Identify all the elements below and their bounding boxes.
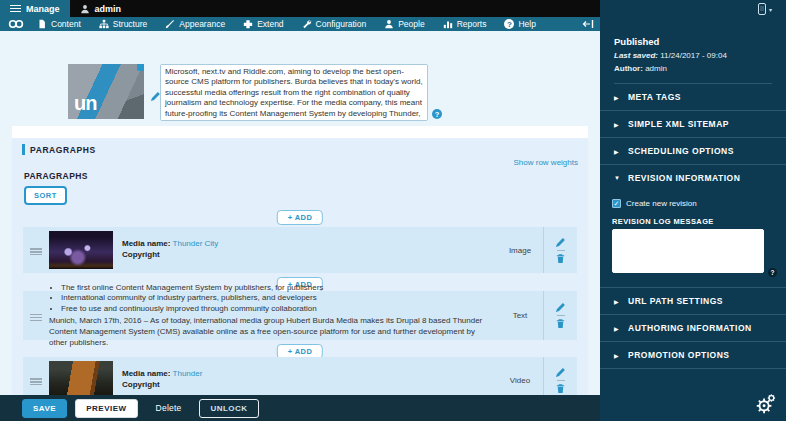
section-label: META TAGS xyxy=(628,92,681,102)
row-actions xyxy=(543,227,577,273)
paintbrush-icon xyxy=(165,19,175,29)
teaser-media: un xyxy=(68,64,144,119)
bar-chart-icon xyxy=(443,19,453,29)
section-authoring-information[interactable]: ▶ AUTHORING INFORMATION xyxy=(600,315,786,342)
menu-item-help[interactable]: ? Help xyxy=(495,17,544,31)
section-simple-xml-sitemap[interactable]: ▶ SIMPLE XML SITEMAP xyxy=(600,111,786,138)
app-window: Manage admin Content Structure Appearanc… xyxy=(0,0,786,421)
settings-accordion: ▶ META TAGS ▶ SIMPLE XML SITEMAP ▶ SCHED… xyxy=(600,84,786,369)
trash-icon[interactable] xyxy=(555,318,566,329)
sort-button[interactable]: SORT xyxy=(24,186,67,205)
media-name-label: Media name: xyxy=(122,239,170,248)
section-url-path-settings[interactable]: ▶ URL PATH SETTINGS xyxy=(600,288,786,315)
action-divider xyxy=(557,250,565,251)
settings-sidebar: ▾ Published Last saved: 11/24/2017 - 09:… xyxy=(600,0,786,421)
menu-item-people[interactable]: People xyxy=(375,17,433,31)
help-icon: ? xyxy=(504,19,514,29)
bullet-item: International community of industry part… xyxy=(61,293,491,304)
preview-button[interactable]: PREVIEW xyxy=(75,399,137,418)
menu-item-appearance[interactable]: Appearance xyxy=(156,17,234,31)
manage-tab-label: Manage xyxy=(26,4,60,14)
teaser-text-field[interactable]: Microsoft, next.tv and Riddle.com, aimin… xyxy=(160,64,428,121)
paragraph-row-text: The first online Content Management Syst… xyxy=(23,291,577,340)
toolbar-collapse-icon[interactable] xyxy=(582,19,594,29)
edit-pencil-icon[interactable] xyxy=(555,237,566,248)
chevron-right-icon: ▶ xyxy=(614,352,621,359)
revision-help-icon[interactable]: ? xyxy=(768,268,777,277)
menu-item-label: Structure xyxy=(113,19,148,29)
puzzle-icon xyxy=(243,19,253,29)
chevron-right-icon: ▶ xyxy=(614,298,621,305)
menu-item-configuration[interactable]: Configuration xyxy=(293,17,376,31)
action-bar: SAVE PREVIEW Delete UNLOCK xyxy=(0,395,600,421)
menu-item-structure[interactable]: Structure xyxy=(90,17,157,31)
teaser-help-icon[interactable]: ? xyxy=(432,109,442,119)
media-name-link[interactable]: Thunder xyxy=(173,369,203,378)
section-scheduling-options[interactable]: ▶ SCHEDULING OPTIONS xyxy=(600,138,786,165)
thunder-logo-icon xyxy=(8,19,24,29)
manage-tab[interactable]: Manage xyxy=(0,0,70,17)
last-saved-label: Last saved: xyxy=(614,51,658,60)
user-tab[interactable]: admin xyxy=(70,0,132,17)
unlock-button[interactable]: UNLOCK xyxy=(199,399,258,418)
menu-toolbar: Content Structure Appearance Extend Conf… xyxy=(0,17,600,31)
drag-handle-icon[interactable] xyxy=(23,307,49,325)
publish-status: Published xyxy=(614,36,772,47)
thunder-video-thumbnail xyxy=(49,361,113,395)
section-meta-tags[interactable]: ▶ META TAGS xyxy=(600,84,786,111)
copyright-label: Copyright xyxy=(122,380,491,391)
row-actions xyxy=(543,357,577,395)
paragraphs-legend: PARAGRAPHS xyxy=(22,144,96,155)
trash-icon[interactable] xyxy=(555,253,566,264)
caret-down-icon: ▾ xyxy=(769,6,772,13)
row-media-info: Media name: Thunder City Copyright xyxy=(122,239,497,261)
delete-button[interactable]: Delete xyxy=(146,399,192,417)
paragraphs-field-label: PARAGRAPHS xyxy=(24,171,88,181)
section-label: URL PATH SETTINGS xyxy=(628,296,723,306)
legend-label: PARAGRAPHS xyxy=(30,145,96,155)
menu-item-reports[interactable]: Reports xyxy=(434,17,496,31)
row-text-content: The first online Content Management Syst… xyxy=(49,283,497,349)
menu-item-label: Reports xyxy=(457,19,487,29)
drag-handle-icon[interactable] xyxy=(23,241,49,259)
menu-item-label: Appearance xyxy=(179,19,225,29)
save-button[interactable]: SAVE xyxy=(22,399,67,418)
section-promotion-options[interactable]: ▶ PROMOTION OPTIONS xyxy=(600,342,786,369)
create-new-revision-row[interactable]: ✓ Create new revision xyxy=(612,199,774,208)
chevron-down-icon: ▼ xyxy=(614,175,621,181)
paragraph-row-image: Media name: Thunder City Copyright Image xyxy=(23,227,577,273)
section-label: AUTHORING INFORMATION xyxy=(628,323,752,333)
user-icon xyxy=(80,4,90,14)
show-row-weights-link[interactable]: Show row weights xyxy=(514,158,578,167)
add-paragraph-button[interactable]: + ADD xyxy=(277,210,323,225)
menu-item-extend[interactable]: Extend xyxy=(234,17,292,31)
drag-handle-icon[interactable] xyxy=(23,371,49,389)
device-preview-dropdown[interactable]: ▾ xyxy=(758,3,772,15)
section-label: SCHEDULING OPTIONS xyxy=(628,146,734,156)
gear-icon[interactable] xyxy=(754,393,776,415)
sitemap-icon xyxy=(99,19,109,29)
paragraph-type-label: Text xyxy=(497,311,543,320)
person-icon xyxy=(384,19,394,29)
edit-pencil-icon[interactable] xyxy=(555,302,566,313)
revision-log-textarea[interactable] xyxy=(612,229,764,273)
paragraph-body-text: Munich, March 17th, 2016 – As of today, … xyxy=(49,316,491,348)
menu-item-content[interactable]: Content xyxy=(28,17,90,31)
file-icon xyxy=(37,19,47,29)
row-actions xyxy=(543,291,577,340)
paragraphs-fieldset: PARAGRAPHS Show row weights PARAGRAPHS S… xyxy=(12,138,588,395)
row-media-info: Media name: Thunder Copyright xyxy=(122,369,497,391)
checkbox-checked-icon[interactable]: ✓ xyxy=(612,199,621,208)
author-label: Author: xyxy=(614,64,643,73)
main-content: un Microsoft, next.tv and Riddle.com, ai… xyxy=(0,31,600,395)
menu-item-label: Configuration xyxy=(316,19,367,29)
legend-accent-bar xyxy=(22,144,25,155)
section-revision-information[interactable]: ▼ REVISION INFORMATION xyxy=(600,165,786,191)
user-tab-label: admin xyxy=(95,4,122,14)
edit-pencil-icon[interactable] xyxy=(555,367,566,378)
media-name-link[interactable]: Thunder City xyxy=(173,239,219,248)
action-divider xyxy=(557,315,565,316)
menu-item-label: Extend xyxy=(257,19,283,29)
trash-icon[interactable] xyxy=(555,383,566,394)
bullet-item: The first online Content Management Syst… xyxy=(61,283,491,294)
